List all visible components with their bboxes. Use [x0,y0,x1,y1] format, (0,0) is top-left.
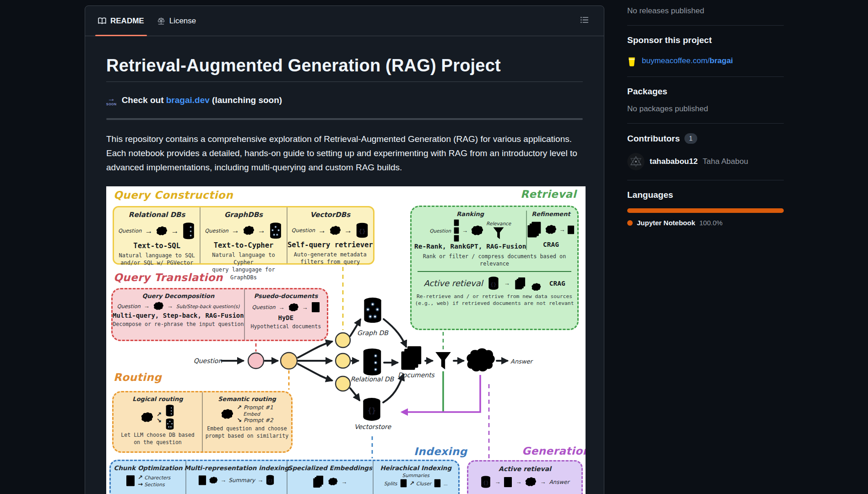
docs-icon [313,475,325,488]
indexing-col-hierarchical: Heirachical Indexing Summaries Splits ↗ … [373,461,458,494]
doc-icon [400,479,407,488]
languages-heading: Languages [627,190,784,200]
vector-db-icon: {} [480,475,491,489]
doc-icon [126,475,135,487]
flow-question-label: Question [194,357,222,364]
page-title: Retrieval-Augmented Generation (RAG) Pro… [106,56,583,82]
indexing-box: Chunk Optimization ↗ Charecters → Sectio… [109,460,460,494]
routing-box: Logical routing ↗ ↘ [112,391,293,453]
diagram-title-indexing: Indexing [414,445,467,457]
diagram-title-retrieval: Retrieval [521,188,576,200]
readme-body: Retrieval-Augmented Generation (RAG) Pro… [85,56,604,494]
graph-db-icon [362,297,384,323]
avatar[interactable] [627,153,645,170]
contributors-heading-row: Contributors 1 [627,133,784,144]
retrieval-divider [418,271,571,272]
contributor-login[interactable]: tahababou12 [650,157,698,166]
brain-icon [531,283,541,291]
doc-icon [454,219,459,226]
tabbar-spacer [202,6,575,36]
routing-col-logical: Logical routing ↗ ↘ [114,392,202,451]
releases-empty-text: No releases published [627,6,784,16]
doc-icon [454,235,459,242]
diagram-title-query-construction: Query Construction [114,189,233,201]
indexing-col-multirep: Multi-representation indexing → Summary … [185,461,287,494]
bragai-link[interactable]: bragai.dev [166,95,210,105]
query-translation-box: Query Decomposition Question → → Sub/Ste… [111,288,328,341]
intro-paragraph: This repository contains a comprehensive… [106,132,583,174]
brain-icon [328,478,338,486]
qc-col-vector: VectorDBs Question → → {} [287,207,373,263]
query-construction-box: Relational DBs Question → → Text-to-SQL … [113,206,374,265]
brain-icon [525,477,537,487]
doc-icon [454,227,459,234]
generation-box: Active retieval {} → → → Answer [467,460,583,494]
contributor-name: Taha Ababou [703,157,748,166]
brain-icon [243,226,255,235]
buymeacoffee-icon [627,55,636,67]
brain-icon [545,225,557,234]
contributor-row[interactable]: tahababou12 Taha Ababou [627,153,784,170]
relational-db-icon [361,347,383,376]
sidebar-divider [627,76,784,77]
brain-icon [156,226,168,236]
qc-col-graph: GraphDBs Question → → Text-to-Cypher Nat… [200,207,286,263]
funnel-icon [493,227,505,240]
diagram-title-generation: Generation [522,445,586,457]
relational-db-icon [182,222,195,239]
sponsor-heading: Sponsor this project [627,35,784,45]
graph-db-label: Graph DB [357,329,388,337]
sidebar-divider [627,25,784,26]
pseudo-doc-icon [311,302,320,313]
tab-license-label: License [169,16,196,26]
callout-line: → SOON Check out bragai.dev (launching s… [106,95,583,106]
soon-emoji: → SOON [106,95,117,106]
list-icon [580,16,589,26]
github-repo-page: README License Retrieval-Augmented Gener… [0,0,868,494]
graph-db-icon [165,418,175,430]
vectorstore-icon: {} [361,397,383,422]
retrieval-refinement: Refinement → CRAG [526,211,575,250]
diagram-title-routing: Routing [114,371,162,383]
contributors-count-badge: 1 [684,133,697,144]
law-icon [157,17,165,25]
retrieval-box: Ranking Question → [410,206,579,330]
tab-license[interactable]: License [151,6,203,36]
book-icon [98,17,106,25]
repo-sidebar: No releases published Sponsor this proje… [627,0,784,227]
brain-icon [153,302,164,310]
documents-icon [400,345,424,371]
brain-icon [209,477,218,484]
flow-answer-label: Answer [510,358,532,365]
funnel-icon [434,351,452,371]
docs-icon [515,277,526,290]
retrieval-ranking: Ranking Question → [414,211,526,250]
sponsor-link[interactable]: buymeacoffee.com/bragai [642,56,733,65]
graph-db-icon [269,222,282,239]
readme-diagram-image[interactable]: Query Construction Retrieval Query Trans… [106,186,586,494]
indexing-col-embeddings: Specialized Embeddings → [287,461,372,494]
brain-icon [329,226,341,235]
sidebar-divider [627,123,784,124]
active-tab-underline [95,35,147,36]
markdown-divider [106,118,583,120]
language-item[interactable]: Jupyter Notebook 100.0% [627,219,784,227]
readme-tabbar: README License [85,6,604,36]
contributors-heading: Contributors [627,134,680,144]
vector-db-icon: {} [488,276,499,290]
outline-button[interactable] [575,13,593,29]
tab-readme-label: README [110,16,144,26]
relational-db-label: Relational DB [351,375,394,383]
brain-icon [471,225,483,236]
qt-col-pseudo: Psuedo-documents Question → → HyDE Hypot… [244,289,327,340]
vectorstore-label: Vectorstore [354,423,391,430]
tab-readme[interactable]: README [92,6,151,36]
llm-brain-icon [465,347,496,373]
brain-icon [221,409,233,419]
vector-db-icon: {} [266,474,275,486]
routing-col-semantic: Semantic routing ↗ Prompt #1 Embed ↘ Pro… [202,392,291,451]
brain-icon [141,412,153,423]
doc-icon [504,477,512,488]
documents-label: Documents [398,371,434,379]
packages-heading: Packages [627,87,784,97]
